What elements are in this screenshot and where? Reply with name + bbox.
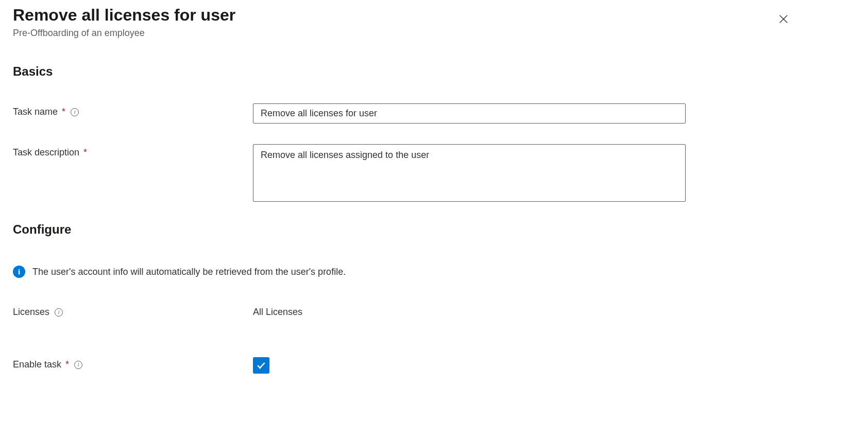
licenses-label-text: Licenses [13,307,49,318]
required-indicator: * [65,359,69,370]
enable-task-checkbox[interactable] [253,357,269,374]
task-description-label-text: Task description [13,147,79,158]
info-icon: i [13,266,25,278]
required-indicator: * [83,147,87,158]
required-indicator: * [62,107,65,117]
info-icon[interactable]: i [71,108,79,116]
info-icon[interactable]: i [55,308,63,316]
close-button[interactable] [774,9,793,30]
info-banner-text: The user's account info will automatical… [32,267,346,277]
task-name-label-text: Task name [13,107,58,117]
configure-heading: Configure [13,222,855,237]
info-banner: i The user's account info will automatic… [13,266,855,278]
enable-task-label-text: Enable task [13,359,61,370]
licenses-label: Licenses i [13,304,253,318]
close-icon [778,13,789,25]
licenses-value: All Licenses [253,304,302,318]
info-icon[interactable]: i [74,361,82,369]
page-title: Remove all licenses for user [13,5,235,25]
task-description-input[interactable] [253,144,686,202]
checkmark-icon [256,360,266,371]
task-description-label: Task description * [13,144,253,158]
task-name-input[interactable] [253,103,686,124]
task-name-label: Task name * i [13,103,253,117]
basics-heading: Basics [13,64,855,79]
enable-task-label: Enable task * i [13,356,253,370]
page-subtitle: Pre-Offboarding of an employee [13,28,235,39]
